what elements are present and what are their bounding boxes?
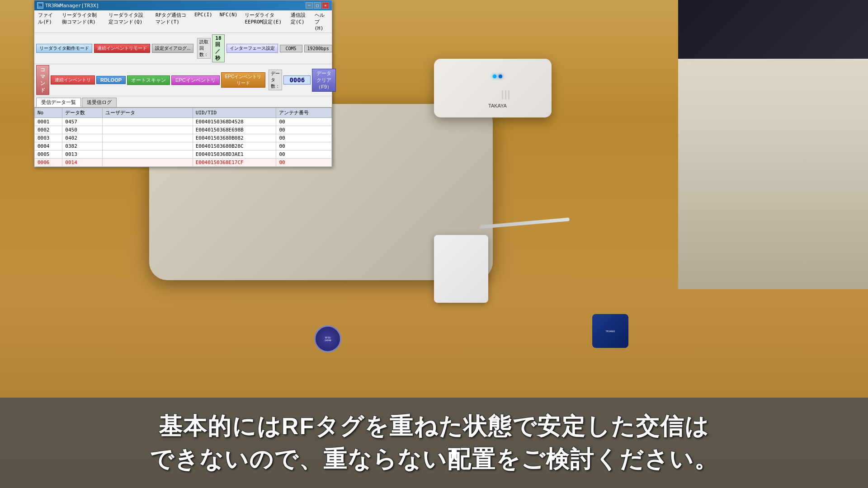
cell-antenna: 00 (276, 150, 332, 159)
cell-user (102, 134, 193, 142)
cell-user (102, 142, 193, 150)
epc-inv-button[interactable]: EPCインベントリ (171, 75, 220, 85)
cell-antenna: 00 (276, 159, 332, 167)
col-header-data: データ数 (62, 108, 102, 118)
cell-uid: E0040150368E698B (193, 126, 276, 134)
cell-no: 0006 (35, 159, 62, 167)
cell-data: 0402 (62, 134, 102, 142)
cell-user (102, 150, 193, 159)
renraku2-button[interactable]: 連続インベントリ (51, 75, 95, 84)
table-row[interactable]: 0004 0382 E00401503680B28C 00 (35, 142, 332, 150)
rfid-japan-badge: RFIDJAPAN (314, 325, 341, 352)
window-title: TR3RWManager[TR3X] (45, 3, 99, 9)
epc-inv2-button[interactable]: EPCインベントリ リード (221, 72, 266, 88)
subtitle-text: 基本的にはRFタグを重ねた状態で安定した交信は できないので、重ならない配置をご… (150, 410, 718, 476)
cell-uid: E00401503680B082 (193, 134, 276, 142)
led-light-2 (499, 75, 502, 78)
readcount-label: 読取回数： (197, 38, 211, 59)
cell-data: 0013 (62, 150, 102, 159)
setting-button[interactable]: 設定ダイアログ... (152, 44, 193, 53)
data-table-container: No データ数 ユーザデータ UID/TID アンテナ番号 0001 0457 … (34, 108, 332, 167)
app-icon: TR (37, 2, 43, 9)
subtitle-bar: 基本的にはRFタグを重ねた状態で安定した交信は できないので、重ならない配置をご… (0, 398, 868, 488)
cell-user (102, 159, 193, 167)
tab-bar: 受信データ一覧 送受信ログ (34, 96, 332, 108)
menu-epc[interactable]: EPC(I) (193, 11, 214, 32)
menu-comm-setting[interactable]: 通信設定(C) (289, 11, 309, 32)
readcount-box: 読取回数： 18回／秒 (197, 34, 224, 62)
maximize-button[interactable]: □ (314, 2, 321, 9)
cell-data: 0014 (62, 159, 102, 167)
cell-uid: E00401503680B28C (193, 142, 276, 150)
mode-button[interactable]: リーダライタ動作モード (36, 44, 92, 53)
interface-button[interactable]: インターフェース設定 (226, 44, 278, 53)
command-button[interactable]: コマンド (36, 65, 49, 95)
app-window: TR TR3RWManager[TR3X] ─ □ ✕ ファイル(F) リーダラ… (34, 0, 332, 167)
cell-antenna: 00 (276, 134, 332, 142)
table-row[interactable]: 0005 0013 E0040150368D3AE1 00 (35, 150, 332, 159)
renraku-button[interactable]: 連続インベントリモード (94, 44, 150, 53)
title-bar-left: TR TR3RWManager[TR3X] (37, 2, 99, 9)
col-header-uid: UID/TID (193, 108, 276, 118)
datacount-value: 0006 (283, 75, 311, 84)
cell-antenna: 00 (276, 142, 332, 150)
clear-button[interactable]: データクリア（F9） (312, 69, 336, 92)
menu-nfc[interactable]: NFC(N) (218, 11, 240, 32)
autoscan-button[interactable]: オートスキャン (127, 75, 170, 85)
menu-reader-setting[interactable]: リーダライタ設定コマンド(Q) (107, 11, 150, 32)
table-row[interactable]: 0001 0457 E0040150368D4528 00 (35, 118, 332, 126)
minimize-button[interactable]: ─ (306, 2, 313, 9)
cell-uid: E0040150368D4528 (193, 118, 276, 126)
subtitle-line2: できないので、重ならない配置をご検討ください。 (150, 443, 718, 476)
takaya-reader-device (434, 59, 552, 117)
readcount-value: 18回／秒 (212, 34, 224, 62)
cell-no: 0003 (35, 134, 62, 142)
top-right-dark-area (678, 0, 868, 59)
cell-data: 0457 (62, 118, 102, 126)
menu-eeprom[interactable]: リーダライタEEPROM設定(E) (243, 11, 285, 32)
table-row[interactable]: 0002 0450 E0040150368E698B 00 (35, 126, 332, 134)
datacount-box: データ数： 0006 (269, 70, 311, 90)
menu-file[interactable]: ファイル(F) (36, 11, 57, 32)
takaya-brand-label: TAKAYA (488, 103, 507, 108)
cell-user (102, 126, 193, 134)
cell-data: 0382 (62, 142, 102, 150)
cell-antenna: 00 (276, 118, 332, 126)
col-header-antenna: アンテナ番号 (276, 108, 332, 118)
table-row[interactable]: 0003 0402 E00401503680B082 00 (35, 134, 332, 142)
cell-uid: E0040150368E17CF (193, 159, 276, 167)
col-header-no: No (35, 108, 62, 118)
subtitle-line1: 基本的にはRFタグを重ねた状態で安定した交信は (150, 410, 718, 443)
data-table: No データ数 ユーザデータ UID/TID アンテナ番号 0001 0457 … (34, 108, 332, 167)
cell-uid: E0040150368D3AE1 (193, 150, 276, 159)
title-controls[interactable]: ─ □ ✕ (306, 2, 329, 9)
tab-received-data[interactable]: 受信データ一覧 (36, 98, 81, 107)
cell-no: 0001 (35, 118, 62, 126)
menu-bar: ファイル(F) リーダライタ制御コマンド(R) リーダライタ設定コマンド(Q) … (34, 10, 332, 33)
led-light-1 (493, 75, 496, 78)
cell-no: 0004 (35, 142, 62, 150)
cell-antenna: 00 (276, 126, 332, 134)
cell-no: 0002 (35, 126, 62, 134)
col-header-user: ユーザデータ (102, 108, 193, 118)
menu-reader-control[interactable]: リーダライタ制御コマンド(R) (60, 11, 104, 32)
toolbar-row1: リーダライタ動作モード 連続インベントリモード 設定ダイアログ... 読取回数：… (34, 33, 332, 64)
datacount-label: データ数： (269, 70, 282, 90)
title-bar: TR TR3RWManager[TR3X] ─ □ ✕ (34, 0, 332, 10)
tab-send-receive-log[interactable]: 送受信ログ (82, 98, 117, 107)
rdloop-button[interactable]: RDLOOP (96, 76, 126, 84)
table-row[interactable]: 0006 0014 E0040150368E17CF 00 (35, 159, 332, 167)
cell-data: 0450 (62, 126, 102, 134)
menu-rf-command[interactable]: RFタグ通信コマンド(T) (154, 11, 189, 32)
close-button[interactable]: ✕ (322, 2, 329, 9)
rfid-card (434, 235, 488, 303)
baud-display: 19200bps (304, 45, 332, 52)
menu-help[interactable]: ヘルプ(H) (313, 11, 330, 32)
toolbar-row2: コマンド 連続インベントリ RDLOOP オートスキャン EPCインベントリ E… (34, 64, 332, 96)
cell-no: 0005 (35, 150, 62, 159)
cell-user (102, 118, 193, 126)
com-display: COM5 (280, 45, 302, 52)
blue-sticker: TR3AN02 (592, 314, 628, 348)
